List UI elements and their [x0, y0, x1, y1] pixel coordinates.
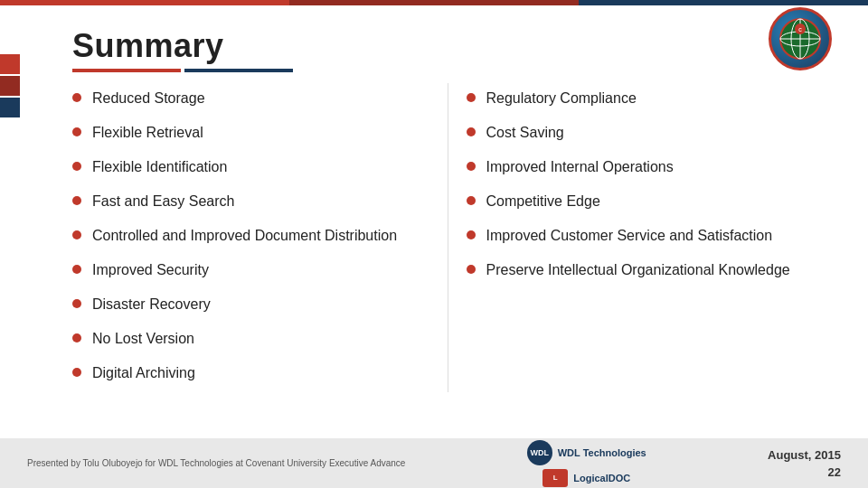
title-underline [72, 69, 823, 72]
bullet-dot [72, 196, 81, 205]
bullet-dot [72, 162, 81, 171]
wdl-label: WDL Technologies [558, 447, 646, 458]
square-red [0, 54, 20, 74]
bullet-text: Flexible Identification [92, 157, 227, 177]
bullet-dot [467, 127, 476, 136]
bullet-text: Improved Internal Operations [486, 157, 674, 177]
wdl-icon: WDL [527, 440, 552, 465]
top-bar-navy [579, 0, 868, 5]
bullet-dot [72, 299, 81, 308]
bullet-dot [72, 368, 81, 377]
footer-presenter: Presented by Tolu Oluboyejo for WDL Tech… [27, 458, 405, 468]
bullet-dot [72, 93, 81, 102]
left-bullet-item: Disaster Recovery [72, 289, 429, 324]
right-bullet-item: Preserve Intellectual Organizational Kno… [467, 255, 824, 289]
left-bullet-item: Fast and Easy Search [72, 186, 429, 221]
right-bullet-item: Improved Customer Service and Satisfacti… [467, 221, 824, 255]
left-column: Reduced StorageFlexible RetrievalFlexibl… [72, 83, 429, 392]
right-bullet-item: Cost Saving [467, 117, 824, 152]
top-bar-red [0, 0, 289, 5]
wdl-logo: WDL WDL Technologies [527, 440, 646, 465]
left-bullet-item: No Lost Version [72, 324, 429, 358]
bullet-dot [467, 265, 476, 274]
left-bullet-item: Reduced Storage [72, 83, 429, 117]
right-bullet-item: Competitive Edge [467, 186, 824, 221]
footer-right: August, 2015 22 [768, 448, 841, 479]
bullet-dot [72, 333, 81, 343]
left-bullet-item: Flexible Identification [72, 152, 429, 186]
left-bullet-item: Controlled and Improved Document Distrib… [72, 221, 429, 255]
bullet-text: Flexible Retrieval [92, 123, 203, 143]
footer-logos: WDL WDL Technologies L LogicalDOC [527, 440, 646, 487]
left-bullet-item: Improved Security [72, 255, 429, 289]
top-bar-darkred [289, 0, 579, 5]
bullet-dot [72, 127, 81, 136]
right-bullet-item: Regulatory Compliance [467, 83, 824, 117]
bullet-text: Improved Security [92, 260, 209, 280]
logical-icon: L [542, 469, 568, 487]
logical-label: LogicalDOC [573, 473, 630, 483]
bullet-dot [467, 162, 476, 171]
bullet-text: Fast and Easy Search [92, 192, 234, 211]
svg-text:C: C [798, 27, 802, 33]
bullet-text: Regulatory Compliance [486, 89, 637, 108]
title-area: Summary [72, 27, 823, 72]
content-area: Reduced StorageFlexible RetrievalFlexibl… [72, 83, 823, 392]
bullet-dot [467, 230, 476, 239]
bullet-dot [72, 265, 81, 274]
left-squares [0, 54, 20, 117]
bullet-text: Disaster Recovery [92, 295, 211, 314]
university-logo: C [769, 7, 832, 70]
bullet-dot [467, 196, 476, 205]
square-navy [0, 98, 20, 117]
right-bullet-item: Improved Internal Operations [467, 152, 824, 186]
bullet-text: Reduced Storage [92, 89, 205, 108]
top-bar [0, 0, 868, 5]
logical-logo: L LogicalDOC [542, 469, 630, 487]
bullet-text: Controlled and Improved Document Distrib… [92, 226, 397, 246]
bullet-text: Improved Customer Service and Satisfacti… [486, 226, 773, 246]
left-bullet-item: Digital Archiving [72, 358, 429, 392]
column-divider [448, 83, 448, 392]
footer-date: August, 2015 [768, 448, 841, 462]
bullet-text: No Lost Version [92, 329, 194, 349]
bullet-dot [467, 93, 476, 102]
title-bar-navy [184, 69, 293, 72]
bullet-text: Cost Saving [486, 123, 564, 143]
bullet-text: Preserve Intellectual Organizational Kno… [486, 260, 790, 280]
footer-page: 22 [828, 465, 841, 479]
title-bar-red [72, 69, 181, 72]
footer: Presented by Tolu Oluboyejo for WDL Tech… [0, 438, 868, 488]
bullet-dot [72, 230, 81, 239]
square-darkred [0, 76, 20, 96]
bullet-text: Digital Archiving [92, 363, 195, 383]
right-column: Regulatory ComplianceCost SavingImproved… [467, 83, 824, 392]
page-title: Summary [72, 27, 823, 65]
slide: C Summary Reduced StorageFlexible Retrie… [0, 0, 868, 488]
left-bullet-item: Flexible Retrieval [72, 117, 429, 152]
bullet-text: Competitive Edge [486, 192, 600, 211]
